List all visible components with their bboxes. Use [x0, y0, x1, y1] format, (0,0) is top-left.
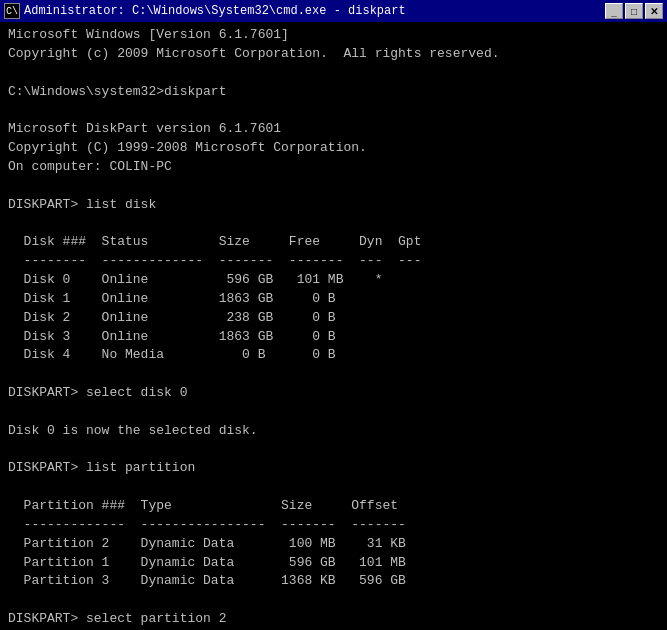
console-line: Disk 1 Online 1863 GB 0 B: [8, 290, 659, 309]
console-line: -------- ------------- ------- ------- -…: [8, 252, 659, 271]
console-line: DISKPART> select partition 2: [8, 610, 659, 629]
console-line: [8, 441, 659, 460]
console-area: Microsoft Windows [Version 6.1.7601]Copy…: [0, 22, 667, 630]
console-line: On computer: COLIN-PC: [8, 158, 659, 177]
console-line: Copyright (c) 2009 Microsoft Corporation…: [8, 45, 659, 64]
window-controls: _ □ ✕: [605, 3, 663, 19]
console-line: Disk 3 Online 1863 GB 0 B: [8, 328, 659, 347]
console-line: [8, 591, 659, 610]
title-icon: C\: [4, 3, 20, 19]
console-line: DISKPART> list disk: [8, 196, 659, 215]
console-line: [8, 177, 659, 196]
console-line: Partition ### Type Size Offset: [8, 497, 659, 516]
console-line: [8, 101, 659, 120]
console-line: [8, 478, 659, 497]
console-line: Copyright (C) 1999-2008 Microsoft Corpor…: [8, 139, 659, 158]
console-line: [8, 64, 659, 83]
console-line: DISKPART> list partition: [8, 459, 659, 478]
console-line: Disk ### Status Size Free Dyn Gpt: [8, 233, 659, 252]
console-line: Microsoft Windows [Version 6.1.7601]: [8, 26, 659, 45]
console-line: C:\Windows\system32>diskpart: [8, 83, 659, 102]
console-line: Microsoft DiskPart version 6.1.7601: [8, 120, 659, 139]
console-line: Disk 4 No Media 0 B 0 B: [8, 346, 659, 365]
console-line: Disk 0 is now the selected disk.: [8, 422, 659, 441]
minimize-button[interactable]: _: [605, 3, 623, 19]
console-line: Partition 2 Dynamic Data 100 MB 31 KB: [8, 535, 659, 554]
console-line: DISKPART> select disk 0: [8, 384, 659, 403]
console-line: ------------- ---------------- ------- -…: [8, 516, 659, 535]
console-line: Partition 3 Dynamic Data 1368 KB 596 GB: [8, 572, 659, 591]
console-line: Disk 0 Online 596 GB 101 MB *: [8, 271, 659, 290]
close-button[interactable]: ✕: [645, 3, 663, 19]
title-bar[interactable]: C\ Administrator: C:\Windows\System32\cm…: [0, 0, 667, 22]
title-text: Administrator: C:\Windows\System32\cmd.e…: [24, 4, 406, 18]
console-line: [8, 365, 659, 384]
console-line: Partition 1 Dynamic Data 596 GB 101 MB: [8, 554, 659, 573]
maximize-button[interactable]: □: [625, 3, 643, 19]
console-line: [8, 214, 659, 233]
console-line: [8, 403, 659, 422]
console-line: Disk 2 Online 238 GB 0 B: [8, 309, 659, 328]
